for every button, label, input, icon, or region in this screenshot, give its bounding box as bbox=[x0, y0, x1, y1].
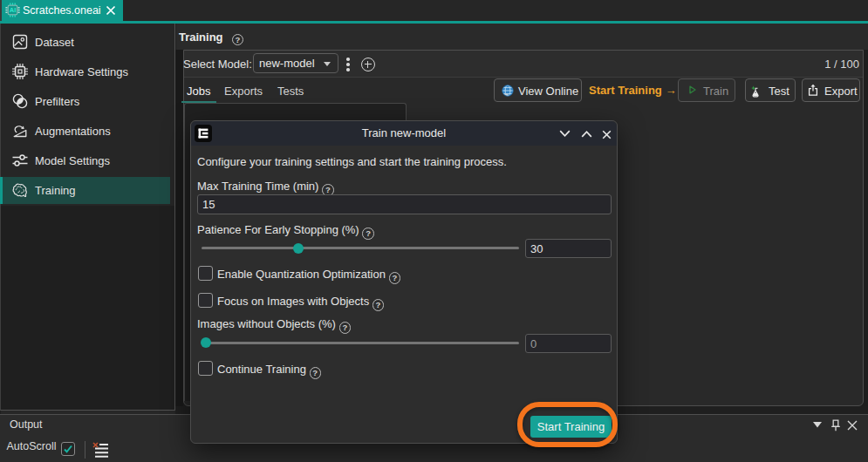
svg-text:AI: AI bbox=[10, 6, 17, 14]
